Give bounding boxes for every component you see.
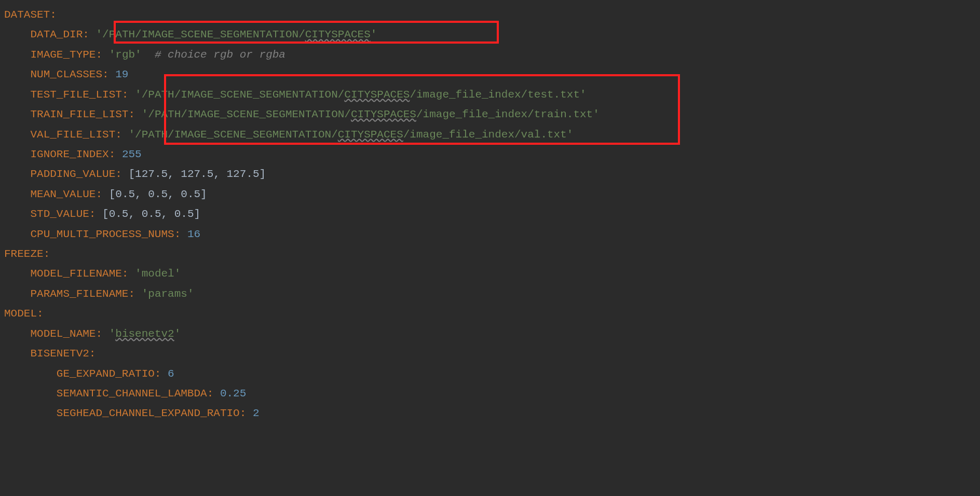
yaml-number: 0.25	[220, 388, 246, 399]
yaml-string: 'model'	[135, 268, 181, 280]
yaml-key: STD_VALUE	[30, 208, 89, 220]
yaml-key: MODEL	[4, 308, 37, 320]
yaml-list: [127.5, 127.5, 127.5]	[128, 168, 266, 180]
yaml-number: 2	[253, 407, 260, 419]
yaml-key: SEGHEAD_CHANNEL_EXPAND_RATIO	[57, 407, 240, 419]
yaml-key: PADDING_VALUE	[30, 168, 115, 180]
yaml-string: '/PATH/IMAGE_SCENE_SEGMENTATION/CITYSPAC…	[142, 108, 600, 120]
yaml-number: 19	[115, 68, 128, 80]
yaml-key: MODEL_NAME	[30, 328, 96, 340]
yaml-number: 6	[168, 368, 174, 380]
yaml-key: PARAMS_FILENAME	[30, 288, 128, 300]
yaml-key: VAL_FILE_LIST	[30, 129, 115, 141]
yaml-string: 'params'	[142, 288, 194, 300]
code-editor[interactable]: DATASET: DATA_DIR: '/PATH/IMAGE_SCENE_SE…	[0, 0, 980, 429]
yaml-key: MODEL_FILENAME	[30, 268, 121, 280]
yaml-key: IMAGE_TYPE	[30, 49, 96, 61]
yaml-key: DATA_DIR	[30, 29, 83, 40]
yaml-string: 'bisenetv2'	[109, 328, 181, 340]
yaml-string: 'rgb'	[109, 49, 142, 61]
yaml-key: SEMANTIC_CHANNEL_LAMBDA	[57, 388, 207, 399]
yaml-list: [0.5, 0.5, 0.5]	[109, 188, 207, 200]
yaml-key: TEST_FILE_LIST	[30, 89, 121, 101]
yaml-key: NUM_CLASSES	[30, 68, 102, 80]
yaml-string: '/PATH/IMAGE_SCENE_SEGMENTATION/CITYSPAC…	[96, 29, 377, 40]
yaml-key: FREEZE	[4, 248, 44, 260]
yaml-key: MEAN_VALUE	[30, 188, 96, 200]
yaml-key: BISENETV2	[30, 348, 89, 360]
yaml-list: [0.5, 0.5, 0.5]	[102, 208, 200, 220]
yaml-key: GE_EXPAND_RATIO	[57, 368, 155, 380]
yaml-string: '/PATH/IMAGE_SCENE_SEGMENTATION/CITYSPAC…	[128, 129, 573, 141]
yaml-number: 255	[122, 148, 142, 160]
yaml-key: IGNORE_INDEX	[30, 148, 108, 160]
yaml-key: CPU_MULTI_PROCESS_NUMS	[30, 228, 174, 240]
yaml-key: DATASET	[4, 9, 50, 21]
yaml-comment: # choice rgb or rgba	[155, 49, 285, 61]
yaml-number: 16	[187, 228, 200, 240]
yaml-key: TRAIN_FILE_LIST	[30, 108, 128, 120]
yaml-string: '/PATH/IMAGE_SCENE_SEGMENTATION/CITYSPAC…	[135, 89, 587, 101]
